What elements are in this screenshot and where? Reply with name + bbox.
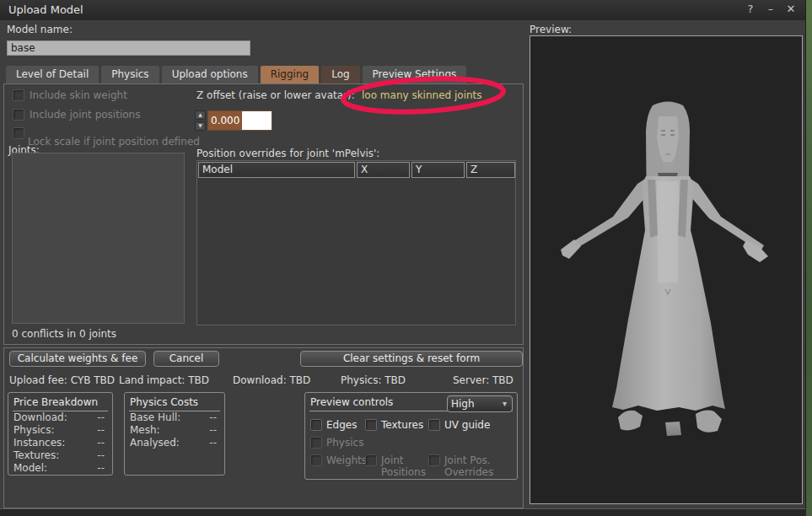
- edges-checkbox[interactable]: [310, 419, 322, 431]
- cancel-button[interactable]: Cancel: [153, 351, 219, 367]
- physics-label: Physics: [326, 437, 363, 449]
- price-breakdown-box: Price Breakdown Download:-- Physics:-- I…: [8, 392, 113, 476]
- avatar-left-foot: [618, 411, 643, 431]
- price-physics-label: Physics:: [13, 424, 54, 437]
- background-environment: [806, 0, 812, 516]
- chevron-down-icon: ▾: [503, 396, 507, 411]
- joint-pos-overrides-label: Joint Pos. Overrides: [444, 454, 498, 478]
- avatar-dress-panel: [657, 181, 679, 282]
- weights-checkbox[interactable]: [310, 454, 322, 466]
- tab-preview-settings[interactable]: Preview Settings: [363, 66, 467, 83]
- clear-settings-button[interactable]: Clear settings & reset form: [300, 351, 523, 367]
- joints-list[interactable]: [12, 153, 185, 324]
- tab-level-of-detail[interactable]: Level of Detail: [6, 66, 99, 83]
- window-title: Upload Model: [8, 3, 83, 16]
- uv-guide-label: UV guide: [444, 419, 490, 431]
- include-joint-positions-label: Include joint positions: [30, 109, 140, 121]
- physics-costs-box: Physics Costs Base Hull:-- Mesh:-- Analy…: [124, 392, 225, 476]
- land-impact-status: Land impact: TBD: [119, 374, 209, 386]
- lock-scale-checkbox[interactable]: [13, 127, 24, 139]
- joint-pos-overrides-checkbox[interactable]: [428, 454, 440, 466]
- column-header-y[interactable]: Y: [411, 162, 465, 178]
- tab-rigging[interactable]: Rigging: [261, 66, 319, 83]
- physics-mesh-label: Mesh:: [130, 424, 160, 437]
- rigging-tab-panel: Include skin weight Include joint positi…: [3, 83, 524, 345]
- avatar-right-foot: [696, 411, 722, 433]
- model-preview-viewport[interactable]: [530, 35, 803, 504]
- lock-scale-label: Lock scale if joint position defined: [28, 136, 200, 148]
- avatar-right-arm: [686, 179, 764, 251]
- weights-label: Weights: [326, 454, 367, 466]
- include-skin-weight-checkbox[interactable]: [13, 89, 24, 101]
- tab-log[interactable]: Log: [321, 66, 359, 83]
- price-breakdown-title: Price Breakdown: [8, 393, 112, 411]
- joint-positions-label: Joint Positions: [381, 454, 435, 478]
- physics-checkbox[interactable]: [310, 437, 322, 449]
- z-offset-input[interactable]: 0.000: [207, 110, 272, 131]
- title-bar[interactable]: Upload Model ? – ✕: [0, 0, 805, 20]
- help-icon[interactable]: ?: [745, 3, 756, 15]
- tab-bar: Level of Detail Physics Upload options R…: [6, 66, 466, 83]
- textures-label: Textures: [381, 419, 423, 431]
- model-name-label: Model name:: [7, 24, 73, 35]
- price-instances-label: Instances:: [13, 437, 65, 449]
- cube-prim: [665, 422, 681, 436]
- upload-fee-status: Upload fee: CYB TBD: [9, 374, 115, 386]
- price-model-value: --: [97, 462, 105, 475]
- calculate-weights-button[interactable]: Calculate weights & fee: [9, 351, 146, 367]
- textures-checkbox[interactable]: [365, 419, 377, 431]
- skinned-joints-warning: loo many skinned joints: [362, 89, 482, 101]
- price-download-value: --: [97, 411, 105, 424]
- price-textures-label: Textures:: [13, 449, 59, 462]
- joint-positions-checkbox[interactable]: [365, 454, 377, 466]
- upload-model-window: Upload Model ? – ✕ Model name: base Leve…: [0, 0, 806, 509]
- column-header-z[interactable]: Z: [466, 162, 515, 178]
- physics-base-hull-label: Base Hull:: [130, 411, 180, 424]
- z-offset-label: Z offset (raise or lower avatar):: [196, 89, 355, 101]
- download-status: Download: TBD: [233, 374, 310, 386]
- minimize-icon[interactable]: –: [765, 3, 777, 15]
- conflicts-status: 0 conflicts in 0 joints: [12, 328, 116, 340]
- footer-panel: Calculate weights & fee Cancel Clear set…: [3, 347, 524, 508]
- close-icon[interactable]: ✕: [785, 3, 797, 15]
- z-offset-value: 0.000: [208, 111, 242, 130]
- model-name-input[interactable]: base: [7, 40, 250, 56]
- column-header-x[interactable]: X: [357, 162, 410, 178]
- uv-guide-checkbox[interactable]: [428, 419, 440, 431]
- position-overrides-label: Position overrides for joint 'mPelvis':: [196, 148, 379, 159]
- spinner-up-icon[interactable]: ▲: [195, 110, 206, 120]
- include-skin-weight-label: Include skin weight: [30, 89, 127, 101]
- position-overrides-table[interactable]: Model X Y Z: [196, 160, 516, 325]
- detail-level-dropdown[interactable]: High ▾: [447, 395, 513, 412]
- edges-label: Edges: [326, 419, 357, 431]
- avatar-left-arm: [568, 179, 651, 251]
- server-status: Server: TBD: [453, 374, 514, 386]
- price-textures-value: --: [97, 449, 105, 462]
- preview-controls-box: Preview controls High ▾ Edges Textures U…: [304, 392, 518, 480]
- physics-analysed-label: Analysed:: [130, 437, 180, 449]
- price-download-label: Download:: [13, 411, 67, 424]
- price-instances-value: --: [97, 437, 105, 449]
- include-joint-positions-checkbox[interactable]: [13, 109, 24, 121]
- price-physics-value: --: [97, 424, 105, 437]
- physics-mesh-value: --: [209, 424, 217, 437]
- avatar-preview: [530, 36, 802, 503]
- spinner-down-icon[interactable]: ▼: [195, 121, 206, 131]
- price-model-label: Model:: [13, 462, 47, 475]
- preview-label: Preview:: [530, 24, 572, 35]
- detail-level-value: High: [451, 398, 475, 410]
- tab-physics[interactable]: Physics: [101, 66, 159, 83]
- tab-upload-options[interactable]: Upload options: [162, 66, 258, 83]
- column-header-model[interactable]: Model: [198, 162, 355, 178]
- physics-costs-title: Physics Costs: [125, 393, 224, 411]
- physics-base-hull-value: --: [209, 411, 217, 424]
- physics-analysed-value: --: [209, 437, 217, 449]
- physics-status: Physics: TBD: [341, 374, 406, 386]
